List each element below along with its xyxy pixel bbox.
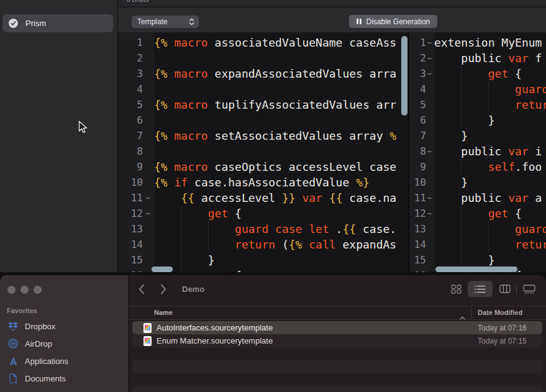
clipped-header-label: 0 Drafts <box>127 0 148 3</box>
vertical-scrollbar-thumb[interactable] <box>401 36 407 116</box>
line-number: 7 <box>420 128 426 144</box>
file-name: Enum Matcher.sourcerytemplate <box>157 336 273 345</box>
horizontal-scrollbar-thumb-left[interactable] <box>152 267 173 272</box>
close-button[interactable] <box>7 286 16 294</box>
fold-marker-icon[interactable] <box>427 58 432 59</box>
columns-view-icon <box>499 285 511 293</box>
code-line: 8 public var i <box>409 144 546 159</box>
template-list-item-prism[interactable]: Prism <box>2 14 113 32</box>
finder-toolbar: Demo <box>129 275 546 306</box>
line-number: 12 <box>131 206 143 221</box>
template-type-dropdown[interactable]: Template <box>132 16 199 28</box>
line-number: 3 <box>137 66 143 81</box>
generated-code-editor[interactable]: 1extension MyEnum2 public var f3 get {4 … <box>409 32 546 272</box>
code-line: 15 } <box>409 252 546 268</box>
chevron-up-down-icon <box>189 18 194 25</box>
code-line: 12 get { <box>409 206 546 221</box>
line-number: 1 <box>137 35 143 50</box>
line-number: 8 <box>137 144 143 159</box>
line-number: 10 <box>414 175 426 190</box>
empty-row <box>132 386 542 392</box>
column-divider[interactable] <box>471 308 472 319</box>
code-line: 7{% macro setAssociatedValues array % <box>118 128 408 144</box>
view-list-button[interactable] <box>468 281 493 297</box>
window-controls <box>7 286 42 294</box>
file-name: AutoInterfaces.sourcerytemplate <box>157 323 273 332</box>
code-line: 11 public var a <box>409 190 546 206</box>
fold-marker-icon[interactable] <box>427 151 432 152</box>
template-editor[interactable]: 1{% macro associatedValueName caseAss23{… <box>118 32 408 272</box>
view-gallery-button[interactable] <box>519 281 539 297</box>
code-line: 15 } <box>118 252 408 268</box>
favorites-section-label: Favorites <box>7 307 37 314</box>
line-number: 3 <box>420 66 426 81</box>
template-name-label: Prism <box>25 19 46 28</box>
editor-toolbar: Template Disable Generation <box>118 7 546 32</box>
fold-marker-icon[interactable] <box>427 42 432 43</box>
line-number: 16 <box>131 268 143 272</box>
line-number: 15 <box>131 252 143 268</box>
column-header-date-modified[interactable]: Date Modified <box>478 309 522 316</box>
line-number: 13 <box>131 221 143 237</box>
code-line: 1extension MyEnum <box>409 35 546 50</box>
line-number: 6 <box>137 112 143 128</box>
fold-marker-icon[interactable] <box>427 213 432 214</box>
fold-marker-icon[interactable] <box>146 213 150 214</box>
editor-top-strip: 0 Drafts <box>118 0 546 7</box>
fold-marker-icon[interactable] <box>427 198 432 199</box>
file-date-modified: Today at 07:16 <box>478 324 527 332</box>
sidebar-item-dropbox[interactable]: Dropbox <box>0 317 128 335</box>
table-row[interactable]: AutoInterfaces.sourcerytemplateToday at … <box>132 321 542 334</box>
code-line: 9{% macro caseOptics accessLevel case <box>118 159 408 175</box>
code-line: 2 public var f <box>409 50 546 66</box>
table-row[interactable]: Enum Matcher.sourcerytemplateToday at 07… <box>132 334 542 347</box>
line-number: 9 <box>420 159 426 175</box>
sidebar-item-applications[interactable]: Applications <box>0 352 128 370</box>
code-line: 3 get { <box>409 66 546 81</box>
code-line: 7 } <box>409 128 546 144</box>
code-line: 10 } <box>409 175 546 190</box>
sidebar-item-airdrop[interactable]: AirDrop <box>0 335 128 352</box>
line-number: 2 <box>137 50 143 66</box>
sourcery-window: Prism 0 Drafts Template Disable Generati… <box>0 0 546 272</box>
fold-marker-icon[interactable] <box>146 198 150 199</box>
view-columns-button[interactable] <box>496 281 514 297</box>
forward-button[interactable] <box>160 284 166 296</box>
checkmark-circle-icon[interactable] <box>9 19 18 28</box>
line-number: 10 <box>131 175 143 190</box>
code-line: 14 return ({% call expandAs <box>118 237 408 252</box>
documents-icon <box>7 373 19 383</box>
finder-content: Demo <box>128 275 546 392</box>
horizontal-scrollbar-thumb-right[interactable] <box>435 267 517 272</box>
column-header-name[interactable]: Name <box>154 309 173 316</box>
code-line: 14 return <box>409 237 546 252</box>
airdrop-icon <box>7 339 19 349</box>
code-line: 4 <box>118 81 408 97</box>
gallery-view-icon <box>523 285 535 294</box>
sourcery-editor-area: 0 Drafts Template Disable Generation 1{%… <box>118 0 546 272</box>
disable-generation-button[interactable]: Disable Generation <box>349 15 437 28</box>
line-number: 5 <box>137 97 143 112</box>
dropbox-icon <box>7 322 19 331</box>
finder-window: Favorites DropboxAirDropApplicationsDocu… <box>0 275 546 392</box>
split-editors: 1{% macro associatedValueName caseAss23{… <box>118 32 546 272</box>
line-number: 4 <box>420 81 426 97</box>
sidebar-item-label: AirDrop <box>25 339 52 349</box>
line-number: 12 <box>414 206 426 221</box>
list-view-icon <box>475 285 486 293</box>
code-line: 11 {{ accessLevel }} var {{ case.na <box>118 190 408 206</box>
view-icons-button[interactable] <box>447 281 465 297</box>
line-number: 6 <box>420 112 426 128</box>
zoom-button[interactable] <box>34 286 42 294</box>
code-line: 4 guard <box>409 81 546 97</box>
code-line: 3{% macro expandAssociatedValues arra <box>118 66 408 81</box>
minimize-button[interactable] <box>20 286 29 294</box>
line-number: 9 <box>137 159 143 175</box>
pause-icon <box>357 19 362 24</box>
code-line: 5{% macro tuplifyAssociatedValues arr <box>118 97 408 112</box>
sourcerytemplate-file-icon <box>143 336 152 346</box>
sidebar-item-documents[interactable]: Documents <box>0 370 128 387</box>
back-button[interactable] <box>139 284 145 296</box>
fold-marker-icon[interactable] <box>427 73 432 75</box>
empty-row <box>132 373 542 386</box>
